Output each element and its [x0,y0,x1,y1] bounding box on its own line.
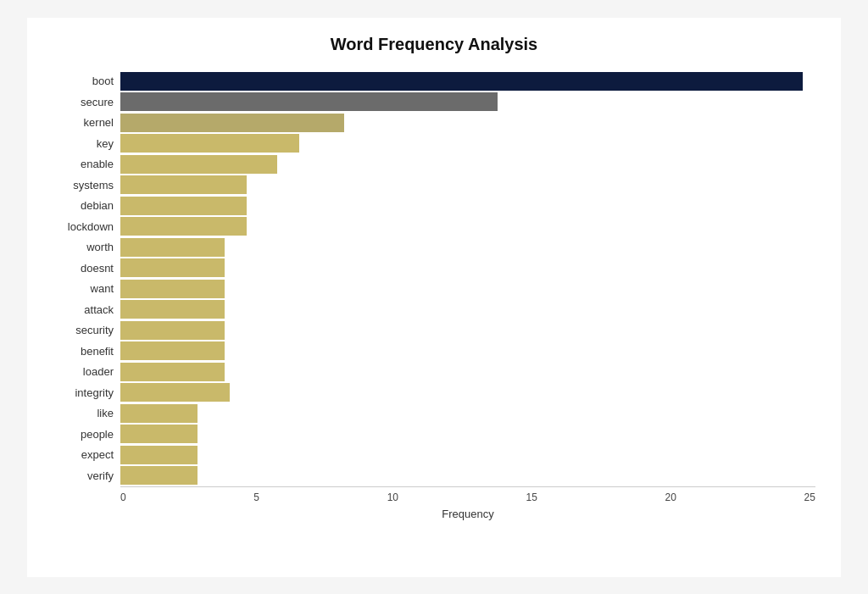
bar-track [120,175,815,194]
bar-label: boot [53,75,120,87]
bar-label: worth [53,241,120,253]
bar-label: expect [53,448,120,461]
x-axis: 0510152025 [120,486,815,503]
bar-row: kernel [53,113,815,134]
bar-label: secure [53,96,120,108]
bar-label: security [53,324,120,336]
bar-fill [120,404,198,423]
bar-row: verify [53,465,815,486]
x-axis-ticks: 0510152025 [120,491,815,503]
bar-fill [120,383,230,402]
x-tick: 20 [665,491,676,503]
bar-label: integrity [53,386,120,399]
x-axis-label: Frequency [120,508,815,520]
bar-row: people [53,424,815,445]
bars-section: bootsecurekernelkeyenablesystemsdebianlo… [53,71,815,486]
bar-row: systems [53,175,815,196]
bar-row: integrity [53,382,815,403]
x-tick: 25 [804,491,815,503]
bar-track [120,134,815,153]
bar-label: want [53,282,120,295]
bar-label: attack [53,303,120,316]
x-tick: 15 [526,491,537,503]
bar-label: enable [53,158,120,170]
bar-label: verify [53,469,120,482]
bar-label: like [53,407,120,419]
bar-row: benefit [53,341,815,362]
bar-fill [120,258,225,277]
bar-fill [120,363,225,381]
bar-label: doesnt [53,262,120,275]
bar-row: lockdown [53,216,815,237]
bar-track [120,300,815,319]
bar-track [120,363,815,381]
x-tick: 5 [253,491,259,503]
bar-track [120,197,815,215]
bar-row: boot [53,71,815,92]
bar-row: like [53,403,815,425]
bar-row: secure [53,92,815,113]
bar-track [120,321,815,340]
bar-fill [120,466,198,485]
bar-track [120,155,815,174]
bar-row: attack [53,299,815,320]
bar-fill [120,72,803,91]
x-tick: 10 [387,491,398,503]
bar-track [120,425,815,443]
bar-row: expect [53,445,815,466]
bar-fill [120,446,198,464]
bar-label: lockdown [53,220,120,233]
bar-label: people [53,428,120,441]
bar-track [120,466,815,485]
bar-label: debian [53,199,120,212]
bar-row: enable [53,154,815,175]
bar-row: debian [53,196,815,217]
bar-label: kernel [53,116,120,129]
bar-track [120,114,815,132]
bar-track [120,217,815,236]
bar-row: doesnt [53,258,815,279]
bar-fill [120,134,299,153]
bar-row: worth [53,237,815,258]
bar-fill [120,217,247,236]
bar-fill [120,341,225,360]
bar-label: benefit [53,345,120,358]
bar-track [120,341,815,360]
chart-container: Word Frequency Analysis bootsecurekernel… [27,18,841,577]
bar-track [120,383,815,402]
bar-track [120,72,815,91]
bar-fill [120,321,225,340]
bar-track [120,280,815,298]
bar-fill [120,175,247,194]
bar-label: loader [53,365,120,378]
bar-fill [120,280,225,298]
bar-fill [120,155,277,174]
bar-row: key [53,133,815,154]
bar-track [120,238,815,257]
bar-row: want [53,279,815,300]
bar-fill [120,300,225,319]
x-tick: 0 [120,491,126,503]
bar-fill [120,92,498,111]
bar-track [120,92,815,111]
bar-label: key [53,137,120,150]
bar-fill [120,114,344,132]
bar-label: systems [53,179,120,192]
bar-track [120,446,815,464]
bar-row: loader [53,362,815,383]
bar-fill [120,425,198,443]
bar-row: security [53,320,815,341]
bar-fill [120,238,225,257]
bar-fill [120,197,247,215]
bar-track [120,404,815,423]
chart-title: Word Frequency Analysis [53,35,815,54]
bar-track [120,258,815,277]
chart-area: bootsecurekernelkeyenablesystemsdebianlo… [53,71,815,520]
